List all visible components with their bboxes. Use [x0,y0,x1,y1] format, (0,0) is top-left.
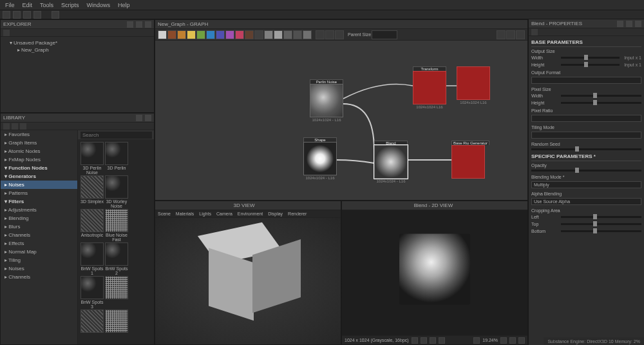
palette-12-icon[interactable] [264,30,273,39]
thumb-noise[interactable] [105,310,128,342]
node-perlin[interactable]: Perlin Noise1024x1024 - L16 [310,79,343,122]
3d-viewport[interactable] [155,218,341,344]
tree-root[interactable]: ▾Unsaved Package* [5,39,150,46]
thumb-noise[interactable] [105,276,128,308]
menu-lights[interactable]: Lights [199,212,211,216]
palette-6-icon[interactable] [206,30,215,39]
link-tool-icon[interactable] [335,30,344,39]
palette-4-icon[interactable] [187,30,196,39]
thumb-bnw-spots-2[interactable]: BnW Spots 2 [105,242,128,275]
parent-size-dropdown[interactable] [372,30,397,39]
frame-tool-icon[interactable] [325,30,334,39]
menu-scene[interactable]: Scene [158,212,171,216]
lib-cat-function-nodes[interactable]: ▾ Function Nodes [1,164,77,172]
specific-params-header[interactable]: SPECIFIC PARAMETERS * [531,152,641,161]
lib-cat-normal-map[interactable]: ▸ Normal Map [1,248,77,256]
node-t2[interactable]: 1024x1024 L16 [457,66,490,104]
tree-graph[interactable]: ▸New_Graph [5,46,150,54]
format-dropdown[interactable] [531,77,641,84]
export-icon[interactable] [33,11,41,19]
menu-tools[interactable]: Tools [40,2,53,8]
palette-13-icon[interactable] [274,30,283,39]
channel-r-icon[interactable] [412,337,418,344]
menu-scripts[interactable]: Scripts [61,2,79,8]
menu-display[interactable]: Display [268,212,283,216]
palette-10-icon[interactable] [245,30,254,39]
palette-11-icon[interactable] [254,30,263,39]
palette-16-icon[interactable] [303,30,312,39]
lib-cat-blurs[interactable]: ▸ Blurs [1,222,77,231]
lib-cat-noises[interactable]: ▸ Noises [1,181,77,189]
palette-3-icon[interactable] [177,30,186,39]
zoom-out-icon[interactable] [473,337,480,344]
fit-icon[interactable] [509,337,516,344]
palette-7-icon[interactable] [216,30,225,39]
lib-cat-channels[interactable]: ▸ Channels [1,231,77,239]
actual-icon[interactable] [518,337,525,344]
node-shape[interactable]: Shape1024x1024 - L16 [303,137,337,180]
blend-mode-dropdown[interactable]: Multiply [531,181,641,188]
save-icon[interactable] [23,11,31,19]
channel-g-icon[interactable] [421,337,427,344]
thumb-3d-simplex[interactable]: 3D Simplex [80,175,104,208]
opacity-slider[interactable] [531,170,641,172]
menu-file[interactable]: File [5,2,15,8]
pin-icon[interactable] [20,123,26,130]
lib-cat-noises[interactable]: ▸ Noises [1,264,77,273]
open-icon[interactable] [13,11,21,19]
ratio-dropdown[interactable] [531,115,641,122]
node-t1[interactable]: Transform1024x1024 L16 [413,66,446,109]
zoom-fit-icon[interactable] [497,30,506,39]
menu-help[interactable]: Help [118,2,130,8]
crop-bottom-slider[interactable] [561,230,641,232]
zoom-100-icon[interactable] [506,30,515,39]
lib-cat-graph-items[interactable]: ▸ Graph Items [1,139,77,147]
height-slider[interactable] [561,64,620,66]
menu-renderer[interactable]: Renderer [288,212,307,216]
thumb-3d-worley-noise[interactable]: 3D Worley Noise [105,175,128,208]
lib-cat-atomic-nodes[interactable]: ▸ Atomic Nodes [1,147,77,155]
px-width-slider[interactable] [561,95,641,97]
filter-icon[interactable] [12,123,18,130]
px-height-slider[interactable] [561,102,641,104]
lib-cat-fxmap-nodes[interactable]: ▸ FxMap Nodes [1,155,77,164]
channel-b-icon[interactable] [430,337,436,344]
lib-cat-channels[interactable]: ▸ Channels [1,273,77,281]
thumb-3d-perlin-noise[interactable]: 3D Perlin Noise [80,142,104,174]
dock-icon[interactable] [136,21,142,28]
close-icon[interactable] [635,21,641,27]
lib-cat-filters[interactable]: ▾ Filters [1,197,77,206]
thumb-anisotropic[interactable]: Anisotropic [80,209,104,241]
crop-top-slider[interactable] [561,223,641,225]
refresh-icon[interactable] [52,11,59,19]
alpha-dropdown[interactable]: Use Source Alpha [531,198,641,205]
grid-icon[interactable] [127,21,133,28]
palette-9-icon[interactable] [235,30,244,39]
thumb-3d-perlin[interactable]: 3D Perlin [105,142,128,174]
collapse-icon[interactable] [3,30,10,36]
menu-materials[interactable]: Materials [176,212,194,216]
close-icon[interactable] [145,21,151,28]
palette-5-icon[interactable] [196,30,205,39]
thumb-bnw-spots-1[interactable]: BnW Spots 1 [80,242,104,275]
palette-14-icon[interactable] [283,30,292,39]
lib-cat-generators[interactable]: ▾ Generators [1,172,77,181]
2d-viewport[interactable] [342,210,527,335]
home-icon[interactable] [3,123,10,130]
seed-slider[interactable] [531,148,641,150]
reset-icon[interactable] [531,29,538,35]
width-slider[interactable] [561,57,620,59]
lib-cat-effects[interactable]: ▸ Effects [1,239,77,248]
pin-icon[interactable] [617,21,623,27]
library-search-input[interactable] [80,132,152,139]
settings-icon[interactable] [516,30,525,39]
lib-cat-tiling[interactable]: ▸ Tiling [1,256,77,264]
node-blend[interactable]: Blend1024x1024 - L16 [374,141,408,183]
thumb-noise[interactable] [80,310,104,342]
dock-icon[interactable] [136,115,142,121]
lib-cat-adjustments[interactable]: ▸ Adjustments [1,206,77,214]
graph-canvas[interactable]: Perlin Noise1024x1024 - L16Transform1024… [155,41,527,200]
menu-edit[interactable]: Edit [23,2,33,8]
base-params-header[interactable]: BASE PARAMETERS [531,37,641,47]
node-tool-icon[interactable] [316,30,325,39]
